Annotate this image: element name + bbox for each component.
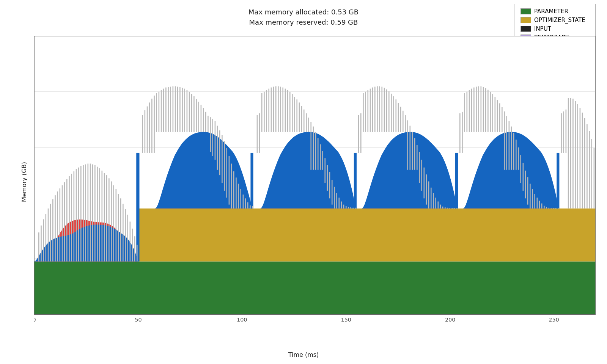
svg-text:50: 50 (135, 317, 142, 323)
legend-label-parameter: PARAMETER (534, 8, 568, 15)
gradient-spike-3 (354, 153, 357, 209)
gradient-spike-4 (455, 153, 458, 209)
legend-item-input: INPUT (521, 25, 589, 32)
chart-container: Max memory allocated: 0.53 GB Max memory… (0, 0, 607, 364)
legend-label-optimizer: OPTIMIZER_STATE (534, 17, 585, 24)
y-axis-label: Memory (GB) (20, 162, 28, 202)
parameter-layer (34, 262, 596, 315)
x-axis-label: Time (ms) (0, 351, 607, 358)
main-chart-svg: 0.0 0.1 0.2 0.3 0.4 0 50 100 150 200 250 (34, 36, 596, 330)
legend-swatch-parameter (521, 8, 531, 14)
legend-swatch-input (521, 26, 531, 32)
gradient-spike-5 (557, 153, 559, 209)
svg-text:200: 200 (445, 317, 455, 323)
svg-text:250: 250 (549, 317, 559, 323)
legend-item-optimizer: OPTIMIZER_STATE (521, 17, 589, 24)
chart-area: 0.0 0.1 0.2 0.3 0.4 0 50 100 150 200 250 (34, 36, 596, 330)
gradient-spike-2 (250, 153, 253, 209)
legend-item-parameter: PARAMETER (521, 8, 589, 15)
svg-text:0: 0 (34, 317, 36, 323)
svg-text:150: 150 (341, 317, 351, 323)
legend-label-input: INPUT (534, 25, 551, 32)
svg-text:100: 100 (237, 317, 247, 323)
legend-swatch-optimizer (521, 17, 531, 23)
optimizer-layer (138, 209, 596, 262)
